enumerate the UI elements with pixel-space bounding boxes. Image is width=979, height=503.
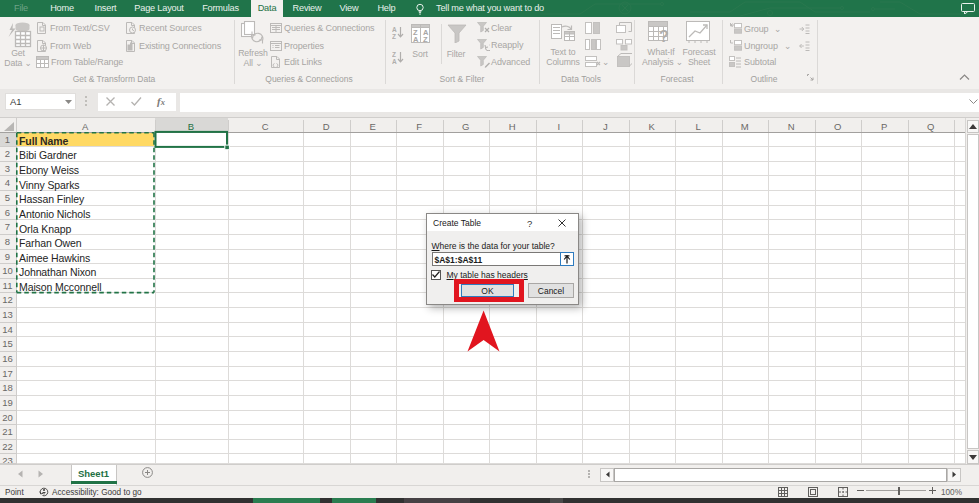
svg-text:Z: Z [392, 33, 396, 40]
svg-text:?: ? [659, 28, 669, 45]
svg-text:Z: Z [423, 35, 428, 44]
svg-text:A: A [392, 58, 397, 65]
svg-text:A: A [413, 35, 419, 44]
